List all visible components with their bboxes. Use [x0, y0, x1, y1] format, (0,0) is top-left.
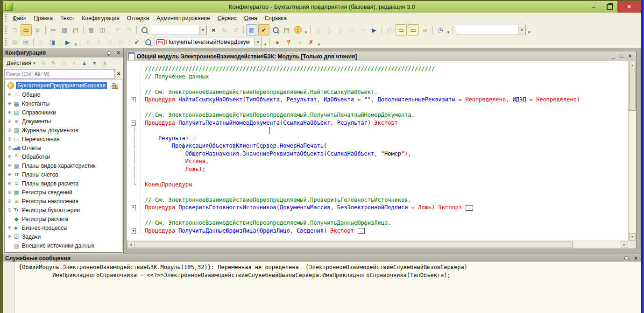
copy-icon[interactable]: ▥	[59, 25, 70, 35]
tree-root[interactable]: БухгалтерияПредприятияБазовая	[5, 81, 122, 90]
scroll-down-icon[interactable]: ▼	[629, 233, 636, 241]
goto-definition-icon[interactable]: ▶	[369, 25, 379, 35]
tree-item-15[interactable]: ◆Регистры расчета	[5, 214, 122, 223]
expand-icon[interactable]: ⊕	[7, 171, 13, 178]
stopwatch-icon[interactable]: ◷	[435, 25, 446, 35]
breakpoints-caret[interactable]: ▼	[317, 43, 321, 47]
horizontal-scrollbar[interactable]: ◄ ►	[127, 241, 629, 249]
minimize-button[interactable]: –	[586, 1, 602, 13]
editor-close-button[interactable]: ×	[626, 51, 634, 61]
collapsed-code-icon[interactable]: …	[358, 228, 365, 234]
goto-procedure-icon[interactable]	[143, 37, 153, 47]
cut-icon[interactable]: ✂	[48, 25, 58, 35]
messages-close-icon[interactable]: ×	[633, 256, 639, 261]
fold-expand-icon[interactable]: +	[131, 228, 136, 234]
tree-item-16[interactable]: ⊕►Бизнес-процессы	[5, 223, 122, 232]
tree-item-14[interactable]: ⊕ТтРегистры бухгалтерии	[5, 206, 122, 214]
expand-icon[interactable]: ⊕	[7, 207, 13, 213]
search-clear-icon[interactable]: ×	[115, 71, 122, 77]
info-icon[interactable]: i	[293, 25, 303, 35]
expand-icon[interactable]: ⊕	[7, 127, 13, 133]
tree-item-13[interactable]: ⊕≡Регистры накопления	[5, 197, 122, 206]
tree-item-3[interactable]: ⊕▤Справочники	[5, 108, 122, 117]
tree-item-11[interactable]: ⊕≈Планы видов расчета	[5, 179, 122, 188]
tree-item-5[interactable]: ⊕▥Журналы документов	[5, 126, 122, 135]
expand-icon[interactable]: ⊕	[7, 145, 13, 151]
print-preview-icon[interactable]: ◫	[97, 25, 107, 35]
breakpoint-icon[interactable]: ●	[272, 37, 283, 47]
copy-window-icon[interactable]: ▥	[246, 24, 257, 36]
menu-item-8[interactable]: Окна	[241, 14, 261, 23]
tree-item-9[interactable]: ⊕▦Планы видов характеристик	[5, 161, 122, 170]
vertical-scrollbar[interactable]: ▲ ▼	[628, 61, 636, 241]
search-combobox-input[interactable]	[151, 26, 199, 34]
tree-item-7[interactable]: ⊕▃▅▇Отчеты	[5, 143, 122, 152]
info-more-caret[interactable]: ▼	[304, 30, 308, 35]
scroll-left-icon[interactable]: ◄	[127, 242, 134, 248]
pin-icon[interactable]	[107, 51, 111, 55]
tree-item-8[interactable]: ⊕*Обработки	[5, 152, 122, 161]
menu-item-5[interactable]: Отладка	[123, 14, 153, 23]
new-window-icon[interactable]: ▭	[396, 24, 407, 36]
tree-item-1[interactable]: ⊕∴Общие	[5, 90, 122, 99]
search-input[interactable]	[5, 71, 114, 77]
print-icon[interactable]: ▦	[86, 25, 96, 35]
remove-breakpoints-icon[interactable]: ✗	[306, 37, 316, 47]
tree-item-10[interactable]: ⊕ТтПланы счетов	[5, 170, 122, 179]
menu-item-4[interactable]: Конфигурация	[78, 14, 123, 23]
clear-search-icon[interactable]: ×	[208, 25, 219, 35]
menu-item-2[interactable]: Правка	[30, 14, 57, 23]
vertical-scroll-thumb[interactable]	[629, 69, 636, 111]
expand-icon[interactable]: ⊕	[7, 163, 13, 169]
links-icon[interactable]: ∞	[420, 25, 430, 35]
syntax-check-icon[interactable]: ✔	[258, 24, 269, 36]
expand-icon[interactable]: ⊕	[7, 154, 13, 160]
expand-icon[interactable]: ⊕	[7, 109, 13, 115]
menu-item-6[interactable]: Администрирование	[153, 14, 213, 23]
horizontal-scroll-thumb[interactable]	[134, 242, 573, 248]
open-file-icon[interactable]: ▭	[21, 24, 32, 36]
expand-icon[interactable]: ⊕	[7, 136, 13, 142]
menu-item-9[interactable]: Справка	[261, 14, 290, 23]
fold-collapse-icon[interactable]: −	[131, 121, 136, 126]
expand-icon[interactable]: ⊕	[7, 198, 13, 204]
panel-close-icon[interactable]: ×	[115, 50, 121, 56]
editor-minimize-button[interactable]: _	[609, 51, 617, 61]
expand-icon[interactable]: ⊕	[7, 225, 13, 231]
expand-icon[interactable]: ⊕	[7, 180, 13, 186]
collapsed-code-icon[interactable]: …	[466, 205, 473, 211]
stopwatch-caret[interactable]: ▼	[446, 30, 451, 35]
conditional-breakpoint-icon[interactable]: ?	[283, 37, 294, 47]
toolbar1-more-caret[interactable]: ▼	[527, 30, 531, 35]
restore-button[interactable]	[602, 1, 617, 13]
procedures-combobox[interactable]: ПЦПолучитьПечатныйНомерДокум▼	[155, 37, 262, 47]
move-up-icon[interactable]: ▲	[80, 58, 89, 68]
syntax-help-icon[interactable]	[270, 25, 281, 35]
search-combobox-dropdown-icon[interactable]: ▼	[199, 26, 206, 34]
open-module-caret[interactable]: ▼	[73, 43, 78, 47]
messages-pin-icon[interactable]	[624, 256, 629, 260]
expand-icon[interactable]: ⊕	[7, 100, 13, 107]
tree-item-2[interactable]: ⊕▦Константы	[5, 99, 122, 108]
edit-icon[interactable]: ✎	[49, 58, 58, 68]
tree-item-6[interactable]: ⊕{..}Перечисления	[5, 135, 122, 143]
scroll-up-icon[interactable]: ▲	[629, 62, 636, 69]
fold-expand-icon[interactable]: +	[131, 97, 136, 102]
close-window-icon[interactable]: ☒	[21, 37, 31, 47]
tree-item-17[interactable]: ⊕☑Задачи	[5, 232, 122, 241]
scroll-right-icon[interactable]: ►	[621, 242, 628, 248]
expand-icon[interactable]: ⊕	[7, 189, 13, 195]
new-document-icon[interactable]: □	[9, 25, 20, 35]
expand-icon[interactable]: ⊕	[7, 92, 13, 98]
menu-item-7[interactable]: Сервис	[214, 14, 241, 23]
table-icon[interactable]: ◨	[47, 37, 57, 47]
expand-icon[interactable]: ⊕	[7, 118, 13, 124]
tree-item-4[interactable]: ⊕≡Документы	[5, 117, 122, 126]
menu-item-1[interactable]: Файл	[9, 14, 30, 23]
procedures-combobox-dropdown-icon[interactable]: ▼	[254, 38, 262, 46]
tree-item-12[interactable]: ⊕▦Регистры сведений	[5, 188, 122, 197]
expand-icon[interactable]: ⊕	[7, 234, 13, 240]
sort-icon[interactable]: ≡	[100, 58, 110, 68]
fold-expand-icon[interactable]: +	[131, 205, 136, 210]
actions-button[interactable]: Действия ▼	[5, 59, 38, 67]
